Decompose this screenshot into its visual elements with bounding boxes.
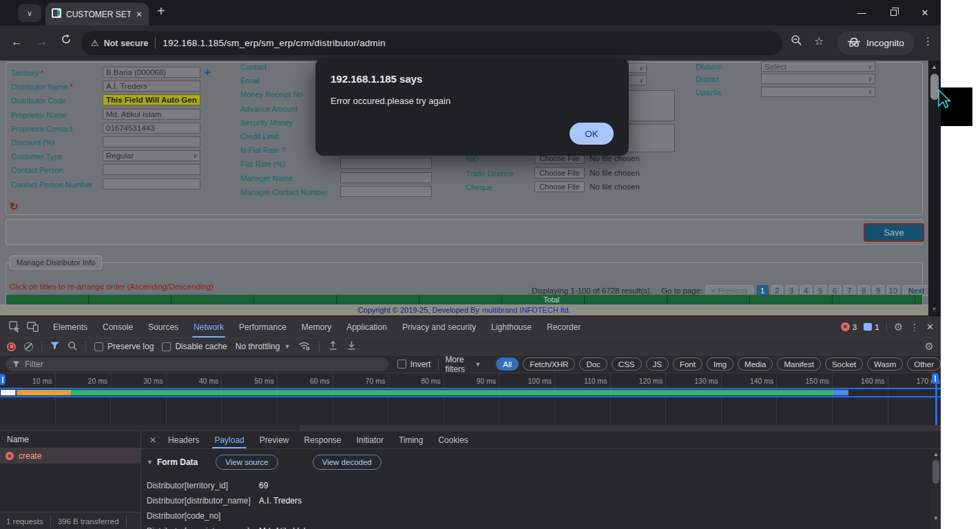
request-type-pill[interactable]: JS [646,357,669,371]
devtools-tab[interactable]: Privacy and security [395,316,483,338]
devtools-tab[interactable]: Network [186,316,231,338]
scroll-up-icon[interactable]: ▲ [933,451,939,457]
scroll-up-icon[interactable]: ▲ [931,63,937,70]
more-filters-dropdown[interactable]: More filters ▼ [445,355,481,374]
tab-search-button[interactable]: ∨ [18,4,41,22]
request-type-pill[interactable]: Other [907,357,941,371]
timeline-drag-handle-left[interactable] [0,374,6,385]
request-row[interactable]: ✕ create [0,448,140,464]
field-input[interactable]: ∨ [103,164,200,175]
close-details-icon[interactable]: ✕ [149,435,156,445]
devtools-menu-icon[interactable]: ⋮ [910,322,919,333]
field-input[interactable]: This Field Will Auto Gen∨ [103,94,200,105]
detail-tab[interactable]: Cookies [430,431,475,448]
bookmark-star-icon[interactable]: ☆ [814,34,824,48]
import-har-icon[interactable] [328,340,338,353]
scrollbar-thumb[interactable] [932,460,939,484]
detail-tab[interactable]: Payload [207,431,251,448]
devtools-tab[interactable]: Application [339,316,395,338]
restore-button[interactable] [877,0,909,25]
detail-tab[interactable]: Response [296,431,348,448]
request-type-pill[interactable]: Img [707,357,733,371]
request-type-pill[interactable]: Socket [825,357,863,371]
field-select[interactable]: Select∨ [761,61,875,72]
field-input[interactable]: ∨ [103,136,200,147]
devtools-tab[interactable]: Lighthouse [483,316,539,338]
tab-close-icon[interactable]: ✕ [136,10,143,19]
filter-input[interactable]: Filter [6,357,388,371]
preserve-log-option[interactable]: Preserve log [94,342,154,351]
request-type-pill[interactable]: Media [738,357,773,371]
request-type-pill[interactable]: CSS [612,357,642,371]
network-conditions-icon[interactable] [298,340,311,353]
details-scrollbar[interactable]: ▲ ▼ [931,449,941,529]
detail-tab[interactable]: Timing [391,431,431,448]
field-input[interactable] [340,158,432,169]
scroll-down-icon[interactable]: ▼ [933,515,939,521]
choose-file-button[interactable]: Choose File [534,181,585,192]
browser-tab[interactable]: CUSTOMER SETUP ✕ [45,3,149,25]
device-toolbar-icon[interactable] [23,318,41,336]
console-message-badge[interactable]: 1 [864,323,879,331]
field-input[interactable]: Regular∨ [103,150,200,161]
close-button[interactable]: ✕ [909,0,941,25]
browser-menu-icon[interactable]: ⋮ [923,35,933,48]
field-input[interactable] [340,186,432,197]
devtools-tab[interactable]: Memory [294,316,339,338]
developer-link[interactable]: multibrand INFOTECH ltd. [482,306,570,314]
disable-cache-checkbox[interactable] [162,342,171,351]
devtools-settings-icon[interactable]: ⚙ [894,321,903,333]
refresh-icon[interactable]: ↻ [10,200,19,213]
detail-tab[interactable]: Initiator [349,431,391,448]
export-har-icon[interactable] [346,340,357,353]
invert-checkbox[interactable] [397,360,406,369]
field-input[interactable]: ∨ [103,178,200,189]
new-tab-button[interactable]: + [157,3,165,19]
error-count-badge[interactable]: ✕ 3 [841,322,857,331]
url-text[interactable]: 192.168.1.185/sm_erp/sm_erp/crm/distribu… [163,38,385,48]
inspect-element-icon[interactable] [6,318,23,336]
field-input[interactable]: 01674531443∨ [103,123,200,134]
filter-toggle-icon[interactable] [50,342,59,352]
network-overview-timeline[interactable]: 10 ms20 ms30 ms40 ms50 ms60 ms70 ms80 ms… [0,373,941,431]
timeline-drag-handle-right[interactable] [932,373,939,384]
view-decoded-button[interactable]: View decoded [313,455,382,470]
request-type-pill[interactable]: All [496,357,519,371]
timeline-scroll-track[interactable] [0,425,941,431]
ok-button[interactable]: OK [570,123,614,145]
invert-option[interactable]: Invert [397,360,431,369]
forward-button[interactable]: → [36,35,48,49]
zoom-out-icon[interactable] [791,34,802,50]
devtools-tab[interactable]: Elements [45,316,95,338]
field-input[interactable] [340,172,432,183]
request-waterfall-bar[interactable] [1,390,848,395]
request-type-pill[interactable]: Manifest [777,357,820,371]
request-type-pill[interactable]: Fetch/XHR [523,357,575,371]
field-input[interactable]: Md. Atikul Islam∨ [103,109,200,120]
throttling-dropdown[interactable]: No throttling ▼ [236,342,291,351]
form-data-section[interactable]: ▼ Form Data [147,457,198,467]
devtools-tab[interactable]: Console [95,316,140,338]
name-column-header[interactable]: Name [0,431,140,448]
field-select[interactable]: ∨ [761,87,875,97]
detail-tab[interactable]: Preview [252,431,297,448]
search-icon[interactable] [67,341,77,353]
choose-file-button[interactable]: Choose File [534,167,585,178]
network-settings-icon[interactable]: ⚙ [925,340,934,353]
preserve-log-checkbox[interactable] [94,342,103,351]
request-name[interactable]: create [19,451,41,461]
table-header-row[interactable]: Total [6,295,922,304]
record-network-log-icon[interactable] [7,342,16,351]
request-type-pill[interactable]: Wasm [867,357,903,371]
request-type-pill[interactable]: Doc [579,357,607,371]
save-button[interactable]: Save [864,223,924,242]
field-input[interactable]: B.Baria (000068)∨ [103,67,200,78]
devtools-tab[interactable]: Recorder [539,316,588,338]
reload-button[interactable] [61,34,72,48]
address-bar[interactable]: ⚠ Not secure 192.168.1.185/sm_erp/sm_erp… [81,31,782,55]
view-source-button[interactable]: View source [216,455,278,470]
detail-tab[interactable]: Headers [160,431,207,448]
devtools-tab[interactable]: Sources [140,316,186,338]
disable-cache-option[interactable]: Disable cache [162,342,227,351]
clear-network-log-icon[interactable] [24,342,33,351]
